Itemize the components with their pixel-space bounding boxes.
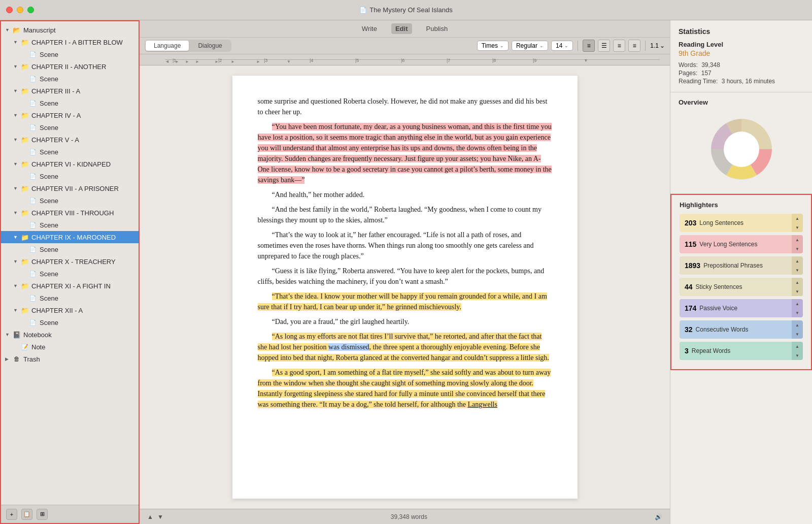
sidebar-item-ch8-scene[interactable]: Scene — [1, 219, 139, 231]
tab-dialogue[interactable]: Dialogue — [190, 41, 230, 51]
hl-prep-arrows[interactable]: ▲ ▼ — [792, 256, 803, 275]
sidebar-item-ch6-scene[interactable]: Scene — [1, 170, 139, 182]
close-button[interactable] — [6, 7, 13, 13]
volume-icon: 🔊 — [655, 513, 662, 520]
overview-section: Overview — [670, 92, 812, 194]
sidebar-item-ch12-scene[interactable]: Scene — [1, 316, 139, 329]
para-5: “That’s the way to look at it,” her fath… — [258, 230, 552, 261]
sidebar-item-ch11[interactable]: CHAPTER XI - A FIGHT IN — [1, 280, 139, 292]
ch12s-label: Scene — [40, 319, 58, 326]
sidebar-item-ch2[interactable]: CHAPTER II - ANOTHER — [1, 60, 139, 73]
sidebar-item-trash[interactable]: Trash — [1, 353, 139, 365]
highlighter-sticky-sentences[interactable]: 44 Sticky Sentences ▲ ▼ — [680, 278, 803, 296]
hl-consecutive-down[interactable]: ▼ — [792, 330, 803, 339]
publish-button[interactable]: Publish — [422, 23, 452, 34]
sidebar-item-ch3[interactable]: CHAPTER III - A — [1, 85, 139, 97]
hl-passive-arrows[interactable]: ▲ ▼ — [792, 299, 803, 317]
note-icon — [20, 343, 29, 351]
sidebar-item-ch10-scene[interactable]: Scene — [1, 268, 139, 280]
overview-title: Overview — [679, 99, 804, 106]
sidebar-grid-button[interactable]: ⊞ — [37, 509, 48, 520]
font-size-select[interactable]: 14 ⌄ — [551, 41, 573, 51]
minimize-button[interactable] — [17, 7, 23, 13]
sidebar-item-ch6[interactable]: CHAPTER VI - KIDNAPED — [1, 158, 139, 170]
font-family-select[interactable]: Times ⌄ — [477, 41, 509, 51]
nav-down-button[interactable]: ▼ — [157, 513, 163, 520]
hl-prep-up[interactable]: ▲ — [792, 256, 803, 266]
hl-long-sentences-down[interactable]: ▼ — [792, 223, 803, 232]
highlighter-repeat-words[interactable]: 3 Repeat Words ▲ ▼ — [680, 342, 803, 360]
format-separator-1 — [578, 41, 578, 51]
hl-sticky-up[interactable]: ▲ — [792, 278, 803, 287]
ch7-label: CHAPTER VII - A PRISONER — [31, 185, 119, 192]
align-center-button[interactable]: ☰ — [598, 40, 610, 52]
reading-time-label: Reading Time: — [679, 78, 718, 85]
hl-very-long-up[interactable]: ▲ — [792, 235, 803, 244]
document-icon: 📄 — [359, 7, 367, 14]
font-size-arrow-icon: ⌄ — [564, 43, 568, 48]
editor-page[interactable]: some surprise and questioned Roberta clo… — [232, 76, 578, 499]
sidebar-item-ch4[interactable]: CHAPTER IV - A — [1, 109, 139, 121]
highlighter-very-long-sentences[interactable]: 115 Very Long Sentences ▲ ▼ — [680, 235, 803, 253]
sidebar-item-ch8[interactable]: CHAPTER VIII - THROUGH — [1, 207, 139, 219]
window-controls[interactable] — [6, 7, 34, 13]
hl-very-long-arrows[interactable]: ▲ ▼ — [792, 235, 803, 253]
align-right-button[interactable]: ≡ — [613, 40, 625, 52]
sidebar-item-ch9[interactable]: CHAPTER IX - MAROONED — [1, 231, 139, 243]
sidebar-item-ch1-scene[interactable]: Scene — [1, 48, 139, 60]
highlighter-consecutive-words[interactable]: 32 Consecutive Words ▲ ▼ — [680, 320, 803, 339]
sidebar-item-ch7-scene[interactable]: Scene — [1, 194, 139, 207]
sidebar-item-ch12[interactable]: CHAPTER XII - A — [1, 304, 139, 316]
pages-value: 157 — [701, 70, 712, 77]
font-family-arrow-icon: ⌄ — [500, 43, 504, 48]
nav-up-button[interactable]: ▲ — [147, 513, 153, 520]
sidebar-item-ch5[interactable]: CHAPTER V - A — [1, 134, 139, 146]
statistics-section: Statistics Reading Level 9th Grade Words… — [670, 20, 812, 92]
sidebar-item-ch5-scene[interactable]: Scene — [1, 146, 139, 158]
hl-repeat-arrows[interactable]: ▲ ▼ — [792, 342, 803, 360]
align-justify-button[interactable]: ≡ — [628, 40, 640, 52]
write-button[interactable]: Write — [358, 23, 381, 34]
sidebar-item-note[interactable]: Note — [1, 341, 139, 353]
sidebar-item-ch7[interactable]: CHAPTER VII - A PRISONER — [1, 182, 139, 194]
hl-sticky-down[interactable]: ▼ — [792, 287, 803, 296]
font-style-select[interactable]: Regular ⌄ — [512, 41, 548, 51]
para-3: “And health,” her mother added. — [258, 189, 552, 200]
tree-arrow-ch6 — [13, 161, 20, 167]
highlighter-passive-voice[interactable]: 174 Passive Voice ▲ ▼ — [680, 299, 803, 317]
hl-consecutive-up[interactable]: ▲ — [792, 320, 803, 330]
sidebar-item-manuscript[interactable]: Manuscript — [1, 24, 139, 36]
hl-sticky-arrows[interactable]: ▲ ▼ — [792, 278, 803, 296]
align-left-button[interactable]: ≡ — [583, 40, 595, 52]
highlighter-prepositional-phrases[interactable]: 1893 Prepositional Phrases ▲ ▼ — [680, 256, 803, 275]
edit-button[interactable]: Edit — [391, 23, 412, 34]
tree-arrow-ch4 — [13, 113, 20, 118]
sidebar-item-ch1[interactable]: CHAPTER I - A BITTER BLOW — [1, 36, 139, 48]
ch4s-label: Scene — [40, 124, 58, 132]
hl-repeat-up[interactable]: ▲ — [792, 342, 803, 351]
editor-container[interactable]: some surprise and questioned Roberta clo… — [140, 66, 670, 509]
hl-passive-down[interactable]: ▼ — [792, 308, 803, 317]
sidebar-doc-button[interactable]: 📋 — [21, 509, 32, 520]
ch2s-label: Scene — [40, 75, 58, 83]
tab-language[interactable]: Language — [146, 41, 189, 51]
add-item-button[interactable]: + — [6, 509, 17, 520]
ch11s-doc-icon — [28, 294, 38, 302]
sidebar-item-ch4-scene[interactable]: Scene — [1, 121, 139, 134]
maximize-button[interactable] — [27, 7, 34, 13]
sidebar-item-ch9-scene[interactable]: Scene — [1, 243, 139, 255]
hl-very-long-down[interactable]: ▼ — [792, 244, 803, 253]
hl-consecutive-arrows[interactable]: ▲ ▼ — [792, 320, 803, 339]
hl-repeat-down[interactable]: ▼ — [792, 351, 803, 360]
sidebar-item-notebook[interactable]: Notebook — [1, 329, 139, 341]
hl-long-sentences-arrows[interactable]: ▲ ▼ — [792, 214, 803, 232]
hl-long-sentences-up[interactable]: ▲ — [792, 214, 803, 223]
sidebar-item-ch3-scene[interactable]: Scene — [1, 97, 139, 109]
sidebar-item-ch11-scene[interactable]: Scene — [1, 292, 139, 304]
sidebar-item-ch10[interactable]: CHAPTER X - TREACHERY — [1, 255, 139, 268]
trash-label: Trash — [23, 355, 40, 363]
hl-passive-up[interactable]: ▲ — [792, 299, 803, 308]
sidebar-item-ch2-scene[interactable]: Scene — [1, 73, 139, 85]
hl-prep-down[interactable]: ▼ — [792, 266, 803, 275]
highlighter-long-sentences[interactable]: 203 Long Sentences ▲ ▼ — [680, 214, 803, 232]
